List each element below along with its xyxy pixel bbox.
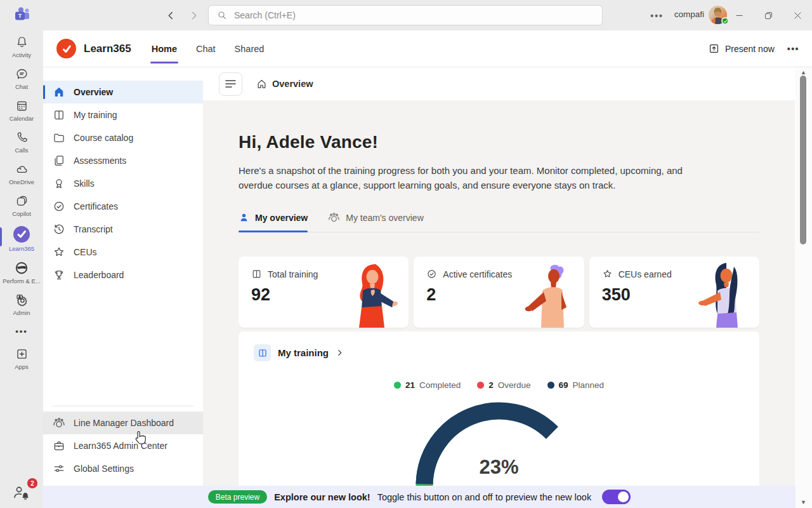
person-icon bbox=[239, 212, 249, 223]
sidebar-item-global-settings[interactable]: Global Settings bbox=[43, 457, 203, 480]
card-total-training: Total training 92 bbox=[239, 257, 409, 328]
sidebar-item-admin-center[interactable]: Learn365 Admin Center bbox=[43, 434, 203, 457]
tab-chat[interactable]: Chat bbox=[196, 30, 216, 67]
cloud-icon bbox=[15, 163, 29, 176]
app-tabs: Home Chat Shared bbox=[152, 30, 265, 67]
new-look-toggle[interactable] bbox=[602, 490, 631, 504]
rail-item-calendar[interactable]: Calendar bbox=[0, 94, 43, 126]
trophy-icon bbox=[53, 269, 65, 281]
page-title: Hi, Adele Vance! bbox=[239, 132, 759, 152]
card-ceus-earned: CEUs earned 350 bbox=[589, 257, 759, 328]
rail-item-copilot[interactable]: Copilot bbox=[0, 189, 43, 221]
book-open-icon bbox=[254, 344, 271, 361]
legend-planned: 69 Planned bbox=[547, 380, 605, 390]
sliders-icon bbox=[53, 462, 65, 475]
present-now-button[interactable]: Present now bbox=[708, 43, 775, 55]
legend-completed: 21 Completed bbox=[394, 380, 461, 390]
star-icon bbox=[602, 269, 613, 279]
teams-app-rail: Activity Chat Calendar Calls OneDrive Co… bbox=[0, 30, 43, 508]
main-panel: Overview Hi, Adele Vance! Here's a snaps… bbox=[203, 67, 812, 508]
training-gauge: 23% bbox=[414, 400, 585, 495]
rail-more-apps-button[interactable]: ••• bbox=[15, 320, 28, 342]
copilot-icon bbox=[15, 194, 29, 208]
rail-item-calls[interactable]: Calls bbox=[0, 126, 43, 157]
scrollbar: ▲ ▼ bbox=[795, 67, 812, 508]
my-training-header[interactable]: My training bbox=[254, 344, 744, 361]
app-header: Learn365 Home Chat Shared Present now ••… bbox=[43, 30, 812, 67]
perform-app-icon bbox=[15, 261, 29, 275]
scroll-up-arrow[interactable]: ▲ bbox=[795, 69, 812, 76]
badge-check-icon bbox=[426, 269, 437, 279]
present-icon bbox=[708, 43, 720, 55]
beta-badge: Beta preview bbox=[208, 490, 267, 504]
sidebar-item-my-training[interactable]: My training bbox=[43, 104, 203, 126]
collapse-sidebar-button[interactable] bbox=[219, 72, 242, 96]
sidebar-item-certificates[interactable]: Certificates bbox=[43, 195, 203, 218]
phone-icon bbox=[15, 131, 29, 144]
banner-headline: Explore our new look! bbox=[274, 492, 370, 502]
back-button[interactable] bbox=[164, 8, 178, 22]
forward-button[interactable] bbox=[187, 8, 200, 22]
rail-item-activity[interactable]: Activity bbox=[0, 30, 43, 62]
svg-text:A: A bbox=[18, 296, 21, 299]
rail-item-learn365[interactable]: Learn365 bbox=[0, 221, 43, 256]
illustration-person-purple-hair bbox=[514, 263, 578, 328]
rail-item-apps[interactable]: Apps bbox=[0, 342, 43, 374]
rail-item-chat[interactable]: Chat bbox=[0, 62, 43, 94]
sidebar-item-line-manager-dashboard[interactable]: Line Manager Dashboard bbox=[43, 411, 203, 434]
section-title: My training bbox=[278, 347, 329, 358]
beta-preview-banner: Beta preview Explore our new look! Toggl… bbox=[43, 486, 796, 508]
rail-item-perform[interactable]: Perform & E... bbox=[0, 256, 43, 288]
sidebar-item-ceus[interactable]: CEUs bbox=[43, 241, 203, 264]
sidebar-divider bbox=[53, 406, 193, 406]
sidebar-item-overview[interactable]: Overview bbox=[43, 81, 203, 104]
ribbon-icon bbox=[53, 177, 65, 190]
briefcase-icon bbox=[53, 439, 65, 452]
rail-item-onedrive[interactable]: OneDrive bbox=[0, 157, 43, 189]
folder-icon bbox=[53, 131, 65, 144]
admin-gear-icon: A bbox=[15, 293, 29, 307]
legend-dot-overdue bbox=[477, 382, 484, 389]
sidebar-item-leaderboard[interactable]: Leaderboard bbox=[43, 264, 203, 286]
banner-message: Toggle this button on and off to preview… bbox=[377, 492, 592, 502]
search-input[interactable] bbox=[234, 10, 594, 20]
learn365-logo-icon bbox=[56, 39, 76, 58]
search-icon bbox=[217, 10, 227, 20]
notification-badge: 2 bbox=[27, 478, 37, 488]
titlebar-more-button[interactable]: ••• bbox=[650, 11, 664, 21]
home-outline-icon bbox=[256, 79, 267, 90]
bell-icon bbox=[15, 36, 29, 49]
gauge-center-label: 23% bbox=[414, 456, 585, 479]
scrollbar-thumb[interactable] bbox=[800, 76, 806, 244]
book-open-icon bbox=[53, 109, 65, 121]
sidebar-item-transcript[interactable]: Transcript bbox=[43, 218, 203, 241]
tab-my-overview[interactable]: My overview bbox=[239, 211, 308, 232]
history-clock-icon bbox=[53, 223, 65, 236]
scroll-down-arrow[interactable]: ▼ bbox=[795, 499, 812, 505]
svg-text:T: T bbox=[18, 13, 22, 19]
restore-button[interactable] bbox=[754, 0, 783, 30]
overview-content: Hi, Adele Vance! Here's a snapshot of th… bbox=[203, 100, 795, 508]
sidebar-item-skills[interactable]: Skills bbox=[43, 172, 203, 195]
learn365-app-icon bbox=[13, 226, 30, 243]
search-box[interactable] bbox=[208, 5, 603, 25]
close-button[interactable] bbox=[783, 0, 812, 30]
illustration-person-red-hair bbox=[339, 263, 402, 328]
content-header: Overview bbox=[203, 67, 812, 100]
overview-tabs: My overview My team's overview bbox=[239, 211, 759, 232]
sidebar-item-course-catalog[interactable]: Course catalog bbox=[43, 126, 203, 149]
tab-team-overview[interactable]: My team's overview bbox=[328, 211, 423, 232]
legend-overdue: 2 Overdue bbox=[477, 380, 530, 390]
home-icon bbox=[53, 86, 65, 98]
app-header-more-button[interactable]: ••• bbox=[787, 44, 799, 54]
rail-item-admin[interactable]: A Admin bbox=[0, 288, 43, 320]
apps-plus-icon bbox=[15, 347, 29, 361]
teams-logo-icon: T bbox=[13, 6, 32, 23]
card-active-certificates: Active certificates 2 bbox=[414, 257, 584, 328]
tab-home[interactable]: Home bbox=[152, 30, 177, 67]
minimize-button[interactable] bbox=[724, 0, 754, 30]
rail-notifications-button[interactable]: 2 bbox=[12, 484, 31, 502]
sidebar-item-assessments[interactable]: Assessments bbox=[43, 149, 203, 172]
tab-shared[interactable]: Shared bbox=[235, 30, 265, 67]
breadcrumb[interactable]: Overview bbox=[256, 79, 313, 90]
